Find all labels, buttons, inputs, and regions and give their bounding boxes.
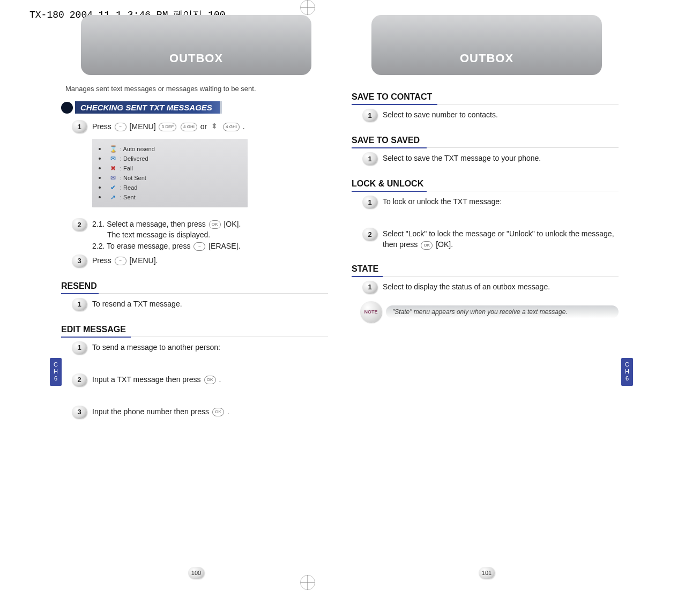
step-number: 3 <box>72 406 87 419</box>
step-number: 1 <box>362 152 377 165</box>
section-resend: RESEND <box>61 281 328 294</box>
txt: or <box>200 122 209 131</box>
legend-label: : Delivered <box>120 155 148 162</box>
step-text: Select "Lock" to lock the message or "Un… <box>383 227 619 250</box>
legend-label: : Read <box>120 184 137 191</box>
bullet-icon <box>99 148 101 150</box>
section-lock-unlock: LOCK & UNLOCK <box>352 179 619 191</box>
edit-step-3: 3 Input the phone number then press OK . <box>72 405 328 419</box>
txt: . <box>227 407 229 416</box>
txt: 2.2. To erase message, press <box>92 242 192 250</box>
step-text: To lock or unlock the TXT message: <box>383 195 502 207</box>
section-save-contact: SAVE TO CONTACT <box>352 92 619 104</box>
txt: Select "Lock" to lock the message or "Un… <box>383 229 614 249</box>
not-sent-icon: ✉ <box>109 174 117 182</box>
txt: . <box>219 375 221 384</box>
page-number-right: 101 <box>479 567 495 579</box>
legend-row: ⌛ : Auto resend <box>99 144 241 154</box>
chapter-c: C <box>621 361 633 368</box>
legend-label: : Not Sent <box>120 175 146 181</box>
auto-resend-icon: ⌛ <box>109 145 117 153</box>
chapter-n: 6 <box>621 375 633 382</box>
step-text: To send a message to another person: <box>92 340 220 353</box>
note-icon: NOTE <box>360 301 382 323</box>
save-contact-step-1: 1 Select to save number to contacts. <box>362 108 619 122</box>
step-number: 1 <box>72 298 87 311</box>
softkey-icon: ~ <box>115 123 126 131</box>
key-3-icon: 3 DEF <box>159 123 176 131</box>
chapter-tab-left: C H 6 <box>50 358 62 386</box>
spread: OUTBOX Manages sent text messages or mes… <box>0 0 700 605</box>
txt: [OK]. <box>224 220 241 228</box>
step-text: Select to save number to contacts. <box>383 108 498 120</box>
legend-row: ✉ : Not Sent <box>99 173 241 183</box>
chapter-n: 6 <box>50 375 62 382</box>
legend-label: : Sent <box>120 194 136 200</box>
txt: [MENU] <box>130 122 156 131</box>
ok-key-icon: OK <box>212 408 224 416</box>
key-4-icon: 4 GHI <box>181 123 197 131</box>
page-left: OUTBOX Manages sent text messages or mes… <box>54 15 339 605</box>
step-text: Input a TXT message then press OK . <box>92 372 221 385</box>
note-text: "State" menu appears only when you recei… <box>386 305 619 318</box>
page-number: 100 <box>188 567 204 579</box>
section-checking: CHECKING SENT TXT MESSAGES <box>61 101 328 114</box>
lock-step-1: 1 To lock or unlock the TXT message: <box>362 195 619 208</box>
txt: [MENU]. <box>130 256 158 265</box>
bullet-icon <box>99 196 101 198</box>
bullet-icon <box>99 177 101 179</box>
txt: Press <box>92 256 114 265</box>
page-right: OUTBOX SAVE TO CONTACT 1 Select to save … <box>344 15 629 605</box>
heading-pill: CHECKING SENT TXT MESSAGES <box>75 101 222 114</box>
bullet-icon <box>99 186 101 189</box>
fail-icon: ✖ <box>109 165 117 172</box>
section-save-saved: SAVE TO SAVED <box>352 136 619 148</box>
banner-right: OUTBOX <box>371 15 602 75</box>
edit-step-2: 2 Input a TXT message then press OK . <box>72 372 328 386</box>
step-number: 1 <box>72 120 87 133</box>
icon-legend: ⌛ : Auto resend ✉ : Delivered ✖ : Fail ✉… <box>92 139 248 207</box>
key-4-icon: 4 GHI <box>223 123 240 131</box>
txt: The text message is displayed. <box>107 229 210 240</box>
step-number: 2 <box>72 218 87 231</box>
left-body: Manages sent text messages or messages w… <box>54 75 339 419</box>
save-saved-step-1: 1 Select to save the TXT message to your… <box>362 151 619 165</box>
delivered-icon: ✉ <box>109 155 117 162</box>
legend-row: ✉ : Delivered <box>99 154 241 163</box>
resend-step-1: 1 To resend a TXT message. <box>72 297 328 311</box>
step-number: 1 <box>362 281 377 294</box>
checking-step-2: 2 2.1. Select a message, then press OK [… <box>72 217 328 251</box>
note-row: NOTE "State" menu appears only when you … <box>360 301 619 323</box>
step-text: To resend a TXT message. <box>92 297 182 309</box>
step-text: Select to save the TXT message to your p… <box>383 151 541 163</box>
page-number-left: 100 <box>188 567 204 579</box>
ok-key-icon: OK <box>204 376 216 384</box>
step-number: 1 <box>362 196 377 208</box>
step-number: 2 <box>362 228 377 241</box>
right-body: SAVE TO CONTACT 1 Select to save number … <box>344 75 629 323</box>
txt: [OK]. <box>436 240 453 249</box>
banner-left-label: OUTBOX <box>169 51 223 65</box>
step-number: 2 <box>72 374 87 386</box>
chapter-h: H <box>621 368 633 375</box>
legend-label: : Fail <box>120 165 133 171</box>
read-icon: ✔ <box>109 184 117 191</box>
step-text: Select to display the status of an outbo… <box>383 280 550 292</box>
banner-right-label: OUTBOX <box>460 51 513 65</box>
legend-row: ➚ : Sent <box>99 192 241 202</box>
legend-label: : Auto resend <box>120 146 155 152</box>
page-number: 101 <box>479 567 495 579</box>
bullet-icon <box>99 167 101 169</box>
txt: Press <box>92 122 114 131</box>
bullet-icon <box>99 158 101 160</box>
chapter-tab-right: C H 6 <box>621 358 633 386</box>
step-text: Input the phone number then press OK . <box>92 405 229 417</box>
ok-key-icon: OK <box>209 220 221 229</box>
section-state: STATE <box>352 264 619 277</box>
txt: Input the phone number then press <box>92 407 211 416</box>
txt: [ERASE]. <box>208 242 240 250</box>
step-number: 3 <box>72 255 87 267</box>
banner-left: OUTBOX <box>81 15 311 75</box>
chapter-c: C <box>50 361 62 368</box>
heading-dot-icon <box>61 102 73 114</box>
